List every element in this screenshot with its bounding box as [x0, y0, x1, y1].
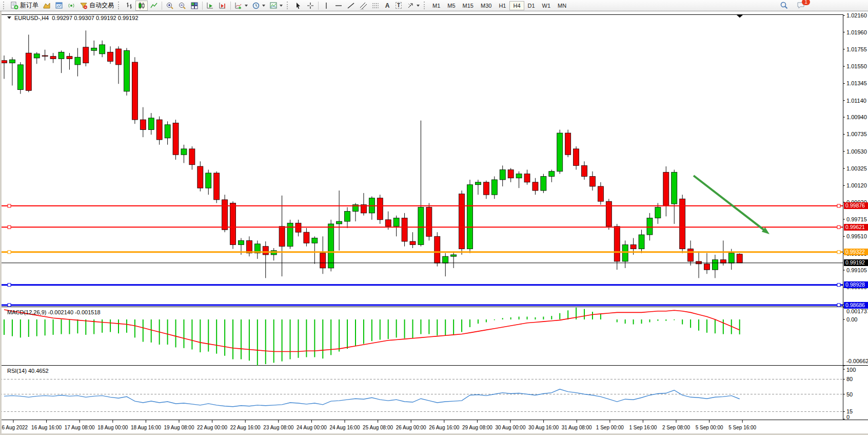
time-label: 2 Sep 08:00: [662, 425, 690, 430]
macd-histogram: [4, 308, 740, 366]
bar-chart-button[interactable]: [123, 1, 135, 11]
price-tick: 1.02160: [846, 12, 867, 18]
window-left-edge: [0, 11, 2, 435]
price-tick: 1.00530: [846, 148, 867, 155]
macd-tick: 0.001737: [846, 308, 868, 314]
notifications-button[interactable]: 1: [795, 1, 807, 11]
auto-scroll-icon: [206, 2, 214, 10]
chart-shift-button[interactable]: [216, 1, 229, 11]
tile-windows-button[interactable]: [188, 1, 201, 11]
horizontal-line-0.99876[interactable]: [0, 204, 843, 207]
timeframe-group: M1M5M15M30H1H4D1W1MN: [429, 1, 570, 10]
zoom-in-button[interactable]: [164, 1, 176, 11]
time-label: 26 Aug 16:00: [429, 425, 459, 430]
search-button[interactable]: [778, 1, 791, 11]
chart-info-line: EURUSD-,H4 0.99297 0.99307 0.99192 0.991…: [7, 15, 139, 21]
candlestick-chart-icon: [137, 2, 146, 10]
horizontal-line-0.98686[interactable]: [0, 304, 843, 307]
time-label: 31 Aug 08:00: [562, 425, 592, 430]
rsi-tick: 50: [846, 391, 853, 398]
timeframe-button-M1[interactable]: M1: [429, 1, 444, 10]
time-label: 22 Aug 00:00: [197, 425, 227, 430]
trendline-icon: [347, 2, 355, 10]
price-tick: 1.00940: [846, 114, 867, 120]
fibonacci-button[interactable]: [369, 1, 382, 11]
price-tick: 1.00735: [846, 131, 867, 137]
text-label-button[interactable]: T: [393, 1, 404, 11]
horizontal-line-0.98928[interactable]: [0, 283, 843, 287]
arrows-tool-icon: [406, 2, 415, 10]
timeframe-button-M5[interactable]: M5: [444, 1, 459, 10]
zoom-in-icon: [166, 2, 174, 10]
time-label: 25 Aug 08:00: [363, 425, 393, 430]
line-chart-button[interactable]: [148, 1, 160, 11]
horizontal-line-icon: [334, 2, 343, 10]
collapse-arrow-icon[interactable]: [7, 16, 11, 19]
search-icon: [780, 1, 788, 10]
trend-arrow[interactable]: [694, 176, 770, 234]
notification-badge: 1: [802, 0, 810, 5]
timeframe-button-H1[interactable]: H1: [495, 1, 509, 10]
periods-button[interactable]: [250, 1, 267, 11]
timeframe-button-D1[interactable]: D1: [524, 1, 539, 10]
new-order-button[interactable]: 新订单: [8, 1, 41, 11]
zoom-out-button[interactable]: [176, 1, 188, 11]
rsi-line: [4, 389, 740, 407]
vertical-line-button[interactable]: [320, 1, 332, 11]
price-tick: 1.00120: [846, 182, 867, 188]
price-line-label-0.98928: 0.98928: [844, 281, 868, 288]
equidistant-channel-button[interactable]: [357, 1, 369, 11]
time-label: 23 Aug 08:00: [263, 425, 293, 430]
cursor-button[interactable]: [292, 1, 304, 11]
timeframe-button-MN[interactable]: MN: [554, 1, 570, 10]
equidistant-channel-icon: [359, 2, 367, 10]
timeframe-button-W1[interactable]: W1: [539, 1, 555, 10]
signals-button[interactable]: [65, 1, 77, 11]
templates-dropdown-caret: [280, 5, 283, 7]
symbol-ohlc-text: EURUSD-,H4 0.99297 0.99307 0.99192 0.991…: [14, 15, 139, 21]
text-button[interactable]: A: [382, 1, 393, 11]
toolbar-grip[interactable]: [287, 2, 290, 9]
timeframe-button-M15[interactable]: M15: [459, 1, 477, 10]
price-tick: 1.00325: [846, 165, 867, 172]
text-tool-icon: A: [385, 2, 390, 9]
trendline-button[interactable]: [345, 1, 357, 11]
profiles-button[interactable]: [41, 1, 53, 11]
horizontal-line-button[interactable]: [332, 1, 345, 11]
toolbar-separator: [230, 2, 231, 10]
toolbar-grip[interactable]: [424, 2, 427, 9]
new-order-icon: [10, 2, 18, 10]
rsi-indicator-label: RSI(14) 40.4652: [7, 368, 49, 374]
main-toolbar: 新订单 自动交易: [0, 0, 868, 11]
time-label: 30 Aug 00:00: [496, 425, 526, 430]
arrows-button[interactable]: [404, 1, 422, 11]
market-watch-button[interactable]: [53, 1, 65, 11]
chart-canvas[interactable]: [0, 0, 868, 435]
auto-scroll-button[interactable]: [204, 1, 216, 11]
time-label: 5 Sep 16:00: [728, 425, 756, 430]
macd-tick: 0.00: [846, 316, 857, 323]
candlestick-chart-button[interactable]: [135, 1, 148, 11]
templates-button[interactable]: [267, 1, 285, 11]
time-label: 24 Aug 16:00: [330, 425, 360, 430]
timeframe-button-H4[interactable]: H4: [509, 1, 524, 10]
indicators-button[interactable]: [232, 1, 250, 11]
price-line-label-0.99621: 0.99621: [844, 224, 868, 231]
time-label: 5 Sep 00:00: [696, 425, 723, 430]
market-watch-icon: [55, 2, 63, 10]
crosshair-button[interactable]: [304, 1, 317, 11]
price-tick: 1.01550: [846, 63, 867, 69]
indicators-icon: [234, 2, 243, 10]
price-tick: 1.01140: [846, 98, 866, 104]
horizontal-line-0.99322[interactable]: [0, 251, 843, 254]
toolbar-grip[interactable]: [118, 2, 121, 9]
periods-dropdown-caret: [262, 5, 265, 7]
time-label: 24 Aug 00:00: [297, 425, 327, 430]
rsi-level-lines: [0, 379, 843, 411]
macd-indicator-label: MACD(12,26,9) -0.002140 -0.001518: [7, 309, 101, 315]
price-tick: 0.99105: [846, 267, 867, 273]
fibonacci-icon: [371, 2, 380, 10]
timeframe-button-M30[interactable]: M30: [477, 1, 495, 10]
toolbar-grip[interactable]: [3, 2, 6, 9]
autotrading-button[interactable]: 自动交易: [77, 1, 116, 11]
